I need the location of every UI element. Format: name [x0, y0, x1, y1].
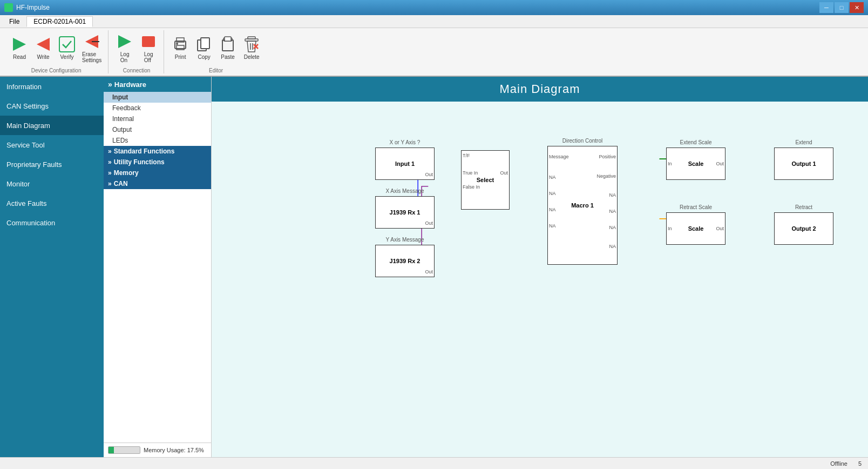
- toolbar: Read Write Verify: [0, 28, 868, 77]
- copy-icon: [195, 36, 213, 53]
- tree-item-output[interactable]: Output: [104, 124, 211, 135]
- log-on-button[interactable]: Log On: [114, 32, 135, 64]
- sidebar-item-main-diagram[interactable]: Main Diagram: [0, 116, 104, 135]
- menu-ecdr[interactable]: ECDR-0201A-001: [26, 16, 93, 27]
- port-select-falsein: False In: [463, 184, 480, 190]
- diagram-canvas[interactable]: X or Y Axis ? Input 1 Out X Axis Message…: [212, 102, 868, 426]
- log-off-button[interactable]: Log Off: [138, 32, 159, 64]
- port-macro1-na4: NA: [549, 223, 556, 229]
- paste-button[interactable]: Paste: [217, 35, 239, 61]
- title-bar-controls[interactable]: ─ □ ✕: [819, 2, 864, 13]
- svg-rect-12: [201, 38, 209, 49]
- tree-subitem-utility-functions[interactable]: » Utility Functions: [104, 157, 211, 168]
- port-macro1-negative: Negative: [596, 173, 616, 179]
- delete-button[interactable]: Delete: [241, 35, 262, 61]
- block-retract-scale[interactable]: Retract Scale Scale In Out: [666, 212, 725, 245]
- block-j1939rx2[interactable]: Y Axis Message J1939 Rx 2 Out: [375, 245, 435, 277]
- memory-label-item: Memory: [114, 169, 139, 177]
- sidebar: Information CAN Settings Main Diagram Se…: [0, 77, 104, 457]
- copy-button[interactable]: Copy: [193, 35, 215, 61]
- memory-fill: [109, 447, 114, 453]
- erase-label1: Erase: [82, 51, 101, 57]
- port-macro1-na-r3: NA: [609, 225, 616, 230]
- tree-subitem-memory[interactable]: » Memory: [104, 168, 211, 178]
- port-macro1-na2: NA: [549, 191, 556, 196]
- maximize-button[interactable]: □: [835, 2, 849, 13]
- read-button[interactable]: Read: [9, 35, 30, 61]
- svg-marker-0: [13, 38, 26, 51]
- copy-label: Copy: [198, 54, 210, 60]
- logon-icon: [116, 33, 133, 50]
- block-j1939rx1[interactable]: X Axis Message J1939 Rx 1 Out: [375, 196, 435, 229]
- panel-header-label: Hardware: [114, 81, 146, 89]
- panel-header: » Hardware: [104, 77, 211, 92]
- block-input1-title: X or Y Axis ?: [376, 139, 434, 145]
- diagram-area[interactable]: Main Diagram: [212, 77, 868, 457]
- block-macro1[interactable]: Direction Control Macro 1 Message NA NA …: [547, 146, 618, 265]
- title-bar-left: HF-Impulse: [4, 3, 50, 12]
- app-icon: [4, 3, 13, 12]
- editor-label: Editor: [209, 65, 223, 73]
- main-layout: Information CAN Settings Main Diagram Se…: [0, 77, 868, 457]
- erase-settings-button[interactable]: Erase Settings: [80, 32, 104, 64]
- panel-footer: Memory Usage: 17.5%: [104, 443, 211, 457]
- logon-label2: On: [120, 57, 130, 63]
- delete-label: Delete: [244, 54, 260, 60]
- svg-marker-5: [118, 35, 131, 48]
- tree-item-internal[interactable]: Internal: [104, 113, 211, 124]
- port-j1939rx1-out: Out: [425, 220, 433, 226]
- sidebar-item-active-faults[interactable]: Active Faults: [0, 193, 104, 213]
- memory-bar: [108, 446, 140, 454]
- delete-icon: [243, 36, 260, 53]
- toolbar-buttons-connection: Log On Log Off: [114, 30, 159, 65]
- block-extend-scale[interactable]: Extend Scale Scale In Out: [666, 148, 725, 180]
- sidebar-item-monitor[interactable]: Monitor: [0, 174, 104, 193]
- port-retract-scale-out: Out: [716, 226, 724, 231]
- block-input1[interactable]: X or Y Axis ? Input 1 Out: [375, 148, 435, 180]
- panel-tree[interactable]: Input Feedback Internal Output LEDs » St…: [104, 92, 211, 443]
- block-select[interactable]: Select T/F True In False In Out: [461, 150, 510, 210]
- sidebar-item-service-tool[interactable]: Service Tool: [0, 135, 104, 155]
- port-macro1-message: Message: [549, 154, 569, 159]
- tree-item-leds[interactable]: LEDs: [104, 135, 211, 146]
- logoff-label1: Log: [144, 51, 153, 57]
- utility-functions-label: Utility Functions: [114, 158, 165, 166]
- verify-button[interactable]: Verify: [56, 35, 78, 61]
- sidebar-item-proprietary-faults[interactable]: Proprietary Faults: [0, 155, 104, 174]
- standard-functions-label: Standard Functions: [114, 148, 175, 155]
- erase-label2: Settings: [82, 57, 101, 63]
- block-extend-out-title: Extend: [775, 139, 833, 145]
- diagram-header: Main Diagram: [212, 77, 868, 102]
- toolbar-group-device-config: Read Write Verify: [4, 30, 109, 73]
- port-macro1-na-r4: NA: [609, 244, 616, 249]
- port-extend-scale-in: In: [668, 161, 672, 166]
- port-j1939rx2-out: Out: [425, 269, 433, 274]
- minimize-button[interactable]: ─: [819, 2, 833, 13]
- tree-subitem-can[interactable]: » CAN: [104, 178, 211, 189]
- subitem-icon-uf: »: [108, 158, 112, 166]
- can-label: CAN: [114, 180, 128, 187]
- sidebar-item-communication[interactable]: Communication: [0, 213, 104, 232]
- print-button[interactable]: Print: [169, 35, 191, 61]
- block-retract-out-label: Output 2: [775, 213, 833, 244]
- subitem-icon-can: »: [108, 180, 112, 187]
- svg-rect-14: [222, 40, 233, 51]
- tree-item-feedback[interactable]: Feedback: [104, 103, 211, 113]
- status-code: 5: [858, 460, 862, 467]
- port-select-out: Out: [500, 170, 508, 176]
- sidebar-item-can-settings[interactable]: CAN Settings: [0, 96, 104, 116]
- memory-usage-label: Memory Usage: 17.5%: [144, 447, 204, 453]
- write-button[interactable]: Write: [32, 35, 54, 61]
- block-extend-out[interactable]: Extend Output 1: [774, 148, 833, 180]
- svg-point-10: [176, 43, 178, 45]
- print-label: Print: [175, 54, 186, 60]
- block-retract-out[interactable]: Retract Output 2: [774, 212, 833, 245]
- menu-file[interactable]: File: [2, 16, 26, 27]
- port-macro1-na-r2: NA: [609, 209, 616, 214]
- tree-subitem-standard-functions[interactable]: » Standard Functions: [104, 146, 211, 157]
- svg-rect-2: [59, 37, 74, 52]
- close-button[interactable]: ✕: [850, 2, 864, 13]
- sidebar-item-information[interactable]: Information: [0, 77, 104, 96]
- write-label: Write: [37, 54, 49, 60]
- tree-item-input[interactable]: Input: [104, 92, 211, 103]
